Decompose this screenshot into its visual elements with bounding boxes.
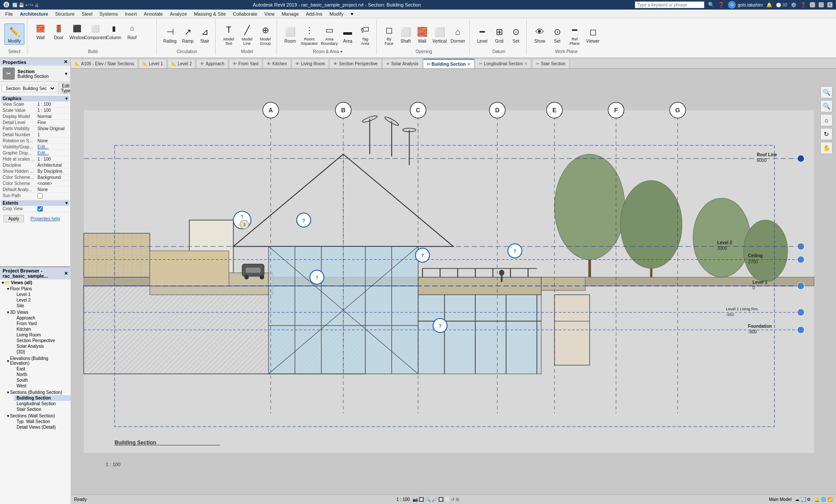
ribbon-btn-level[interactable]: ━ Level [474, 24, 491, 45]
tab-level1[interactable]: 📐 Level 1 [139, 59, 167, 68]
ribbon-btn-curtain-system[interactable]: ⊞ Curtain System [68, 42, 89, 48]
minimize-button[interactable]: – [810, 2, 815, 7]
menu-architecture[interactable]: Architecture [17, 10, 52, 18]
nav-pan-button[interactable]: ✋ [820, 142, 833, 154]
close-button[interactable]: ✕ [827, 2, 833, 7]
help-icon[interactable]: ❓ [718, 2, 724, 8]
ribbon-btn-wall[interactable]: 🧱 Wall [32, 20, 49, 41]
tree-leaf-south[interactable]: South [14, 377, 71, 383]
prop-section-extents-title[interactable]: Extents ▾ [1, 200, 69, 206]
ribbon-btn-model-group[interactable]: ⊕ Model Group [257, 22, 274, 47]
tree-leaf-living-room[interactable]: Living Room [14, 332, 71, 338]
help-question-icon[interactable]: ❓ [800, 2, 806, 8]
tab-longitudinal-section-close[interactable]: ✕ [524, 61, 528, 66]
ribbon-btn-mullion[interactable]: | Mullion [110, 44, 128, 49]
menu-massing[interactable]: Massing & Site [190, 10, 229, 18]
ribbon-btn-show[interactable]: 👁 Show [531, 24, 548, 45]
tab-section-perspective[interactable]: 👁 Section Perspective [329, 59, 381, 68]
ribbon-btn-viewer[interactable]: ◻ Viewer [584, 24, 602, 45]
tree-group-label-sections-wall[interactable]: ▾ Sections (Wall Section) [7, 413, 71, 419]
tree-leaf-building-section[interactable]: Building Section [14, 395, 71, 401]
tree-leaf-typ-wall-section[interactable]: Typ. Wall Section [14, 419, 71, 424]
expand-icon[interactable]: ▾ [65, 71, 68, 77]
tab-stair-section[interactable]: ✂ Stair Section [532, 59, 569, 68]
tree-leaf-kitchen[interactable]: Kitchen [14, 326, 71, 332]
notification-icon[interactable]: 🔔 [766, 2, 772, 8]
tree-leaf-longitudinal-section[interactable]: Longitudinal Section [14, 401, 71, 407]
tree-group-label-elevations[interactable]: ▾ Elevations (Building Elevation) [7, 356, 71, 366]
menu-expand-icon[interactable]: ▾ [347, 11, 353, 17]
ribbon-btn-column[interactable]: ▮ Column [105, 20, 122, 41]
prop-section-graphics-title[interactable]: Graphics ▾ [1, 96, 69, 101]
properties-close-icon[interactable]: ✕ [64, 59, 68, 65]
settings-icon[interactable]: ⚙️ [791, 2, 797, 8]
menu-modify[interactable]: Modify [326, 10, 347, 18]
menu-collaborate[interactable]: Collaborate [230, 10, 261, 18]
tab-approach[interactable]: 👁 Approach [196, 59, 228, 68]
menu-structure[interactable]: Structure [52, 10, 78, 18]
tab-a105[interactable]: 📐 A105 - Elev / Stair Sections [71, 59, 138, 68]
ribbon-btn-model-text[interactable]: T Model Text [220, 22, 237, 47]
prop-value-graphic-disp[interactable]: Edit... [37, 151, 68, 155]
ribbon-btn-modify[interactable]: ✏️ Modify [4, 24, 24, 45]
tree-leaf-from-yard[interactable]: From Yard [14, 321, 71, 326]
ribbon-btn-shaft[interactable]: ⬜ Shaft [398, 24, 413, 45]
ribbon-btn-component[interactable]: ⬜ Component [87, 20, 104, 41]
tree-leaf-east[interactable]: East [14, 366, 71, 372]
tree-leaf-level1[interactable]: Level 1 [14, 292, 71, 297]
nav-home-button[interactable]: ⌂ [820, 114, 833, 126]
search-icon[interactable]: 🔍 [708, 2, 714, 8]
menu-view[interactable]: View [261, 10, 278, 18]
tree-leaf-detail-views[interactable]: Detail Views (Detail) [14, 424, 71, 430]
tree-group-label-sections-building[interactable]: ▾ Sections (Building Section) [7, 390, 71, 395]
tree-leaf-site[interactable]: Site [14, 303, 71, 309]
maximize-button[interactable]: □ [819, 2, 824, 7]
tab-level2[interactable]: 📐 Level 2 [167, 59, 196, 68]
search-input[interactable] [635, 1, 704, 8]
browser-body[interactable]: ▾ 📁 Views (all) ▾ Floor Plans [0, 279, 71, 504]
tree-leaf-section-perspective[interactable]: Section Perspective [14, 338, 71, 343]
ribbon-btn-room-separator[interactable]: ⋮ Room Separator [300, 22, 319, 47]
tab-from-yard[interactable]: 👁 From Yard [229, 59, 262, 68]
tree-leaf-solar-analysis[interactable]: Solar Analysis [14, 343, 71, 349]
prop-crop-view-checkbox[interactable] [37, 206, 43, 212]
properties-help-link[interactable]: Properties help [28, 215, 62, 222]
apply-button[interactable]: Apply [3, 215, 24, 222]
view-selector-dropdown[interactable]: Section: Building Sec [2, 85, 56, 92]
tree-leaf-level2[interactable]: Level 2 [14, 297, 71, 303]
ribbon-btn-roof[interactable]: ⌂ Roof [123, 20, 141, 41]
nav-zoom-in-button[interactable]: 🔍 [820, 86, 833, 98]
menu-manage[interactable]: Manage [278, 10, 302, 18]
prop-sun-path-checkbox[interactable] [37, 193, 43, 198]
tree-group-label-views-all[interactable]: ▾ 📁 Views (all) [0, 280, 71, 286]
tree-group-label-floor-plans[interactable]: ▾ Floor Plans [7, 286, 71, 292]
ribbon-btn-ceiling[interactable]: ▭ Ceiling [32, 44, 49, 49]
ribbon-btn-tag-area[interactable]: 🏷 Tag Area [356, 22, 374, 47]
nav-zoom-out-button[interactable]: 🔍 [820, 100, 833, 112]
tab-building-section[interactable]: ✂ Building Section ✕ [423, 59, 475, 68]
menu-file[interactable]: File [2, 10, 17, 18]
menu-insert[interactable]: Insert [121, 10, 140, 18]
ribbon-btn-vertical[interactable]: ⬜ Vertical [431, 24, 448, 45]
ribbon-btn-stair[interactable]: ⊿ Stair [197, 24, 213, 45]
ribbon-btn-datum-set[interactable]: ⊙ Set [508, 24, 524, 45]
ribbon-btn-model-line[interactable]: ╱ Model Line [238, 22, 256, 47]
edit-type-button[interactable]: Edit Type [58, 83, 71, 94]
ribbon-btn-dormer[interactable]: ⌂ Dormer [449, 24, 467, 45]
drawing-canvas[interactable]: A B C D E F G [71, 69, 836, 494]
tree-group-label-3d-views[interactable]: ▾ 3D Views [7, 309, 71, 315]
tree-leaf-north[interactable]: North [14, 372, 71, 377]
ribbon-btn-railing[interactable]: ⊣ Railing [161, 24, 179, 45]
menu-steel[interactable]: Steel [78, 10, 96, 18]
tab-kitchen[interactable]: 👁 Kitchen [263, 59, 291, 68]
ribbon-btn-room[interactable]: ⬜ Room [281, 24, 299, 45]
ribbon-btn-area-boundary[interactable]: ▭ Area Boundary [320, 22, 339, 47]
ribbon-btn-floor[interactable]: ▬ Floor [50, 44, 68, 49]
tree-leaf-west[interactable]: West [14, 383, 71, 389]
ribbon-btn-grid[interactable]: ⊞ Grid [491, 24, 507, 45]
menu-addins[interactable]: Add-Ins [302, 10, 326, 18]
ribbon-btn-door[interactable]: 🚪 Door [50, 20, 68, 41]
ribbon-btn-wall-opening[interactable]: 🧱 Wall [414, 24, 430, 45]
ribbon-btn-by-face[interactable]: ◻ By Face [381, 22, 397, 47]
menu-systems[interactable]: Systems [96, 10, 121, 18]
